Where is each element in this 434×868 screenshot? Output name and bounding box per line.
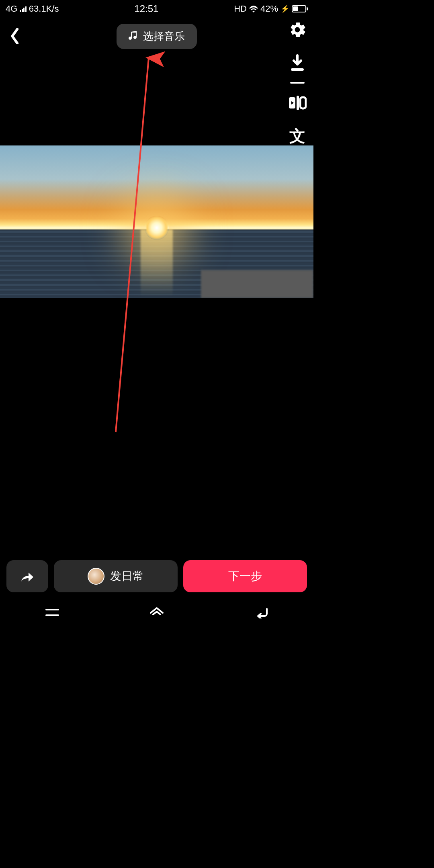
text-button[interactable]: 文	[288, 126, 307, 145]
download-button[interactable]	[288, 53, 307, 72]
signal-icon	[20, 6, 27, 12]
home-icon	[149, 606, 164, 618]
bottom-bar: 发日常 下一步	[0, 560, 313, 592]
nav-home-button[interactable]	[147, 603, 166, 622]
back-icon	[253, 606, 269, 618]
text-icon: 文	[289, 125, 305, 147]
toolbar-separator	[290, 82, 305, 84]
menu-icon	[45, 608, 59, 617]
system-nav-bar	[0, 598, 313, 627]
network-speed: 63.1K/s	[29, 4, 59, 14]
battery-icon	[292, 5, 308, 12]
battery-percent: 42%	[260, 4, 278, 14]
status-bar: 4G 63.1K/s 12:51 HD 42% ⚡	[0, 0, 313, 18]
hd-label: HD	[234, 4, 247, 14]
charging-icon: ⚡	[280, 4, 289, 13]
top-bar: 选择音乐	[0, 20, 313, 52]
status-right: HD 42% ⚡	[234, 4, 308, 14]
network-type: 4G	[6, 4, 17, 14]
caption-icon	[288, 95, 307, 111]
svg-rect-4	[300, 97, 306, 108]
video-preview[interactable]	[0, 145, 313, 298]
nav-back-button[interactable]	[252, 603, 271, 622]
music-icon	[129, 31, 138, 41]
annotation-arrow	[0, 0, 313, 627]
nav-recents-button[interactable]	[43, 603, 62, 622]
share-button[interactable]	[6, 560, 48, 592]
status-time: 12:51	[134, 3, 158, 14]
post-daily-button[interactable]: 发日常	[54, 560, 178, 592]
share-icon	[20, 570, 34, 582]
svg-rect-0	[291, 68, 304, 71]
svg-rect-3	[297, 96, 299, 110]
settings-button[interactable]	[288, 20, 307, 39]
svg-rect-8	[45, 609, 59, 610]
next-label: 下一步	[228, 569, 262, 584]
svg-rect-9	[45, 614, 59, 616]
wifi-icon	[249, 5, 258, 12]
post-daily-label: 发日常	[110, 569, 144, 584]
preview-sun	[145, 216, 169, 240]
download-icon	[289, 54, 305, 72]
next-button[interactable]: 下一步	[183, 560, 307, 592]
auto-caption-button[interactable]	[288, 93, 307, 113]
preview-watermark-blur	[201, 270, 313, 298]
select-music-label: 选择音乐	[143, 29, 185, 43]
gear-icon	[289, 21, 306, 39]
select-music-button[interactable]: 选择音乐	[117, 24, 197, 49]
status-left: 4G 63.1K/s	[6, 4, 59, 14]
avatar	[88, 568, 104, 585]
back-button[interactable]	[6, 27, 24, 45]
